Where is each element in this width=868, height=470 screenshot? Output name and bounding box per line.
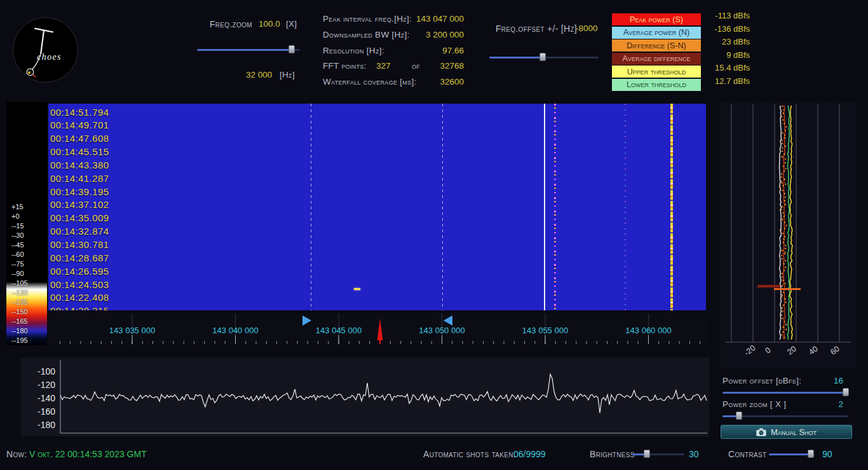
dist-trace-lower-threshold <box>787 106 790 340</box>
manual-shot-label: Manual Shot <box>771 427 817 437</box>
info-label: Downsampled BW [Hz]: <box>323 30 410 39</box>
dist-trace-upper-threshold <box>790 106 792 340</box>
echoes-logo-art: choes <box>13 17 78 83</box>
legend-peak-power[interactable]: Peak power (S) <box>612 13 701 25</box>
waterfall-timestamp: 00:14:41.287 <box>50 173 109 184</box>
power-distribution-plot <box>721 102 856 369</box>
freq-zoom-label: Freq.zoom <box>210 19 252 29</box>
freq-zoom-unit: [X] <box>286 19 297 29</box>
echoes-logo: choes <box>13 17 78 83</box>
power-spectrum-panel: -100-120-140-160-180 <box>21 357 709 436</box>
waterfall-timestamp: 00:14:47.608 <box>50 133 109 144</box>
db-scale-label: --15 <box>11 223 24 230</box>
brightness-slider-handle[interactable] <box>644 450 650 458</box>
power-zoom-value: 2 <box>817 399 843 409</box>
info-row: Waterfall coverage [ms]:32600 <box>323 77 464 90</box>
legend-upper-threshold[interactable]: Upper threshold <box>612 66 701 78</box>
now-value: V окт. 22 00:14:53 2023 GMT <box>29 449 147 459</box>
waterfall-timestamp: 00:14:49.701 <box>50 120 109 130</box>
interval-end-arrow[interactable] <box>444 315 452 326</box>
readings: -113 dBfs-136 dBfs23 dBfs9 dBfs15.4 dBfs… <box>698 11 750 90</box>
reading-upper-threshold: 15.4 dBfs <box>698 63 750 76</box>
power-offset-slider-track <box>722 392 848 394</box>
db-scale-label: --180 <box>11 328 28 335</box>
waterfall-timestamp: 00:14:35.009 <box>50 212 109 223</box>
contrast-slider[interactable] <box>769 450 815 459</box>
reading-average-difference: 9 dBfs <box>698 50 750 64</box>
freq-offset-slider-handle[interactable] <box>539 53 546 61</box>
frequency-ruler-svg: 143 035 000143 040 000143 045 000143 050… <box>48 314 706 345</box>
dist-current-marker <box>774 288 801 290</box>
waterfall-timestamp: 00:14:45.515 <box>50 146 109 157</box>
waterfall-timestamp: 00:14:37.102 <box>50 199 109 210</box>
freq-zoom-slider-handle[interactable] <box>288 45 295 53</box>
carrier-signal-line <box>544 104 545 310</box>
legend-average-power[interactable]: Average power (N) <box>612 27 701 39</box>
power-spectrum-plot <box>21 357 709 436</box>
shots-taken-label: Automatic shots taken: <box>423 449 516 459</box>
legend-average-difference[interactable]: Average difference <box>612 53 701 65</box>
speckle-signal-faint <box>625 104 626 310</box>
info-row: Peak interval freq.[Hz]:143 047 000 <box>323 14 464 27</box>
brightness-slider[interactable] <box>632 450 684 459</box>
svg-text:choes: choes <box>37 52 62 62</box>
interval-start-arrow[interactable] <box>302 315 311 326</box>
spectrum-y-label: -140 <box>24 393 55 403</box>
freq-offset-label: Freq.offset +/- [Hz] <box>496 24 577 34</box>
power-offset-slider-handle[interactable] <box>843 388 849 396</box>
reading-average-power: -136 dBfs <box>698 24 750 38</box>
db-scale-label: --30 <box>11 232 24 239</box>
svg-text:143 040 000: 143 040 000 <box>212 326 258 335</box>
echoes-main-window: choes Freq.zoom 100.0 [X] 32 000 [Hz] Pe… <box>0 0 868 470</box>
db-scale-label: --45 <box>11 242 24 249</box>
reading-lower-threshold: 12.7 dBfs <box>698 76 750 90</box>
brightness-slider-track <box>632 453 684 455</box>
power-offset-slider[interactable] <box>722 388 848 397</box>
reading-peak-power: -113 dBfs <box>698 11 750 24</box>
peak-frequency-marker <box>377 319 383 340</box>
db-scale: +15+0--15--30--45--60--75--90--105--120-… <box>6 102 47 345</box>
info-row: Downsampled BW [Hz]:3 200 000 <box>323 30 464 43</box>
power-zoom-slider-handle[interactable] <box>736 411 742 420</box>
freq-span-unit: [Hz] <box>280 70 295 79</box>
freq-offset-slider[interactable] <box>489 53 599 62</box>
dist-trace-peak-power <box>780 106 782 340</box>
info-label: Waterfall coverage [ms]: <box>323 77 417 86</box>
legend-difference[interactable]: Difference (S-N) <box>612 39 701 52</box>
speckle-signal-pink <box>554 104 556 310</box>
shots-taken-value: 06/9999 <box>513 449 546 459</box>
waterfall-display[interactable]: 00:14:51.79400:14:49.70100:14:47.60800:1… <box>48 104 706 310</box>
contrast-slider-handle[interactable] <box>808 450 814 458</box>
db-scale-label: +0 <box>11 213 20 220</box>
info-row: FFT points:327of32768 <box>323 61 464 74</box>
freq-zoom-slider[interactable] <box>197 45 300 54</box>
svg-text:143 055 000: 143 055 000 <box>522 326 568 335</box>
info-label: FFT points: <box>323 61 367 71</box>
manual-shot-button[interactable]: Manual Shot <box>721 425 852 439</box>
frequency-ruler[interactable]: 143 035 000143 040 000143 045 000143 050… <box>48 314 706 345</box>
waterfall-timestamp: 00:14:51.794 <box>50 107 109 118</box>
legend-lower-threshold[interactable]: Lower threshold <box>612 79 701 91</box>
info-label: Peak interval freq.[Hz]: <box>323 14 412 24</box>
db-scale-label: --75 <box>11 261 24 268</box>
power-offset-label: Power offset [dBfs]: <box>722 376 801 385</box>
camera-icon <box>756 428 766 436</box>
legend: Peak power (S)Average power (N)Differenc… <box>612 13 701 92</box>
info-label: Resolution [Hz]: <box>323 46 384 55</box>
interval-boundary-line <box>442 104 443 310</box>
power-zoom-slider[interactable] <box>722 411 848 420</box>
power-distribution-panel: -200204060 <box>721 102 856 369</box>
db-scale-label: --195 <box>11 337 28 344</box>
svg-text:143 035 000: 143 035 000 <box>109 326 155 335</box>
freq-zoom-slider-track <box>197 49 300 51</box>
db-scale-label: --105 <box>11 280 28 287</box>
brightness-value: 30 <box>689 449 699 459</box>
info-of: of <box>412 61 420 71</box>
info-value: 143 047 000 <box>416 14 464 24</box>
spectrum-y-label: -180 <box>24 420 55 430</box>
waterfall-timestamp: 00:14:22.408 <box>50 292 109 303</box>
dist-current-marker <box>757 285 780 287</box>
reading-difference: 23 dBfs <box>698 37 750 50</box>
waterfall-timestamp: 00:14:26.595 <box>50 266 109 277</box>
db-scale-label: --90 <box>11 270 24 277</box>
